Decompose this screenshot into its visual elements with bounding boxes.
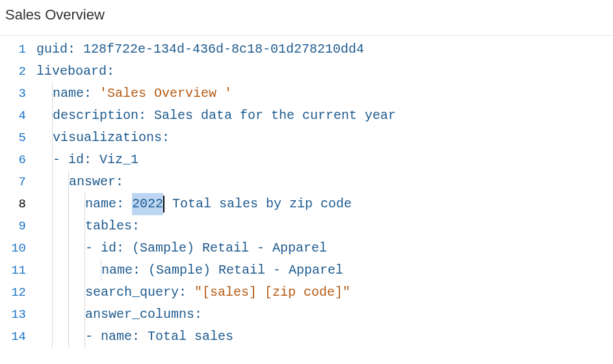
yaml-key: answer:	[69, 171, 124, 193]
line-content[interactable]: tables:	[36, 215, 613, 237]
indent-guide	[85, 215, 85, 237]
yaml-string: "[sales] [zip code]"	[194, 281, 350, 304]
yaml-value: (Sample) Retail - Apparel	[148, 259, 343, 281]
yaml-string: 'Sales Overview '	[99, 83, 232, 105]
yaml-key: id:	[68, 149, 99, 171]
line-number: 8	[0, 193, 36, 215]
yaml-key: name:	[53, 83, 99, 105]
indent-guide	[85, 259, 85, 281]
yaml-key: id:	[101, 237, 132, 259]
yaml-value: 128f722e-134d-436d-8c18-01d278210dd4	[83, 38, 364, 60]
line-number: 12	[0, 281, 36, 304]
yaml-dash: -	[85, 237, 101, 259]
yaml-key: search_query:	[85, 281, 194, 304]
indent-guide	[52, 105, 53, 127]
line-number: 4	[0, 105, 36, 127]
line-number: 10	[0, 237, 36, 259]
line-number: 11	[0, 259, 36, 281]
line-content[interactable]: - id: (Sample) Retail - Apparel	[36, 237, 613, 259]
indent-guide	[68, 193, 69, 215]
indent-guide	[52, 281, 53, 304]
line-number: 13	[0, 304, 36, 326]
line-content[interactable]: name: 2022 Total sales by zip code	[36, 193, 613, 215]
code-line[interactable]: 10- id: (Sample) Retail - Apparel	[0, 237, 613, 259]
yaml-value: Total sales	[148, 326, 233, 348]
code-line[interactable]: 2liveboard:	[0, 60, 613, 83]
indent-guide	[85, 193, 85, 215]
indent-guide	[52, 193, 53, 215]
line-content[interactable]: liveboard:	[36, 60, 613, 83]
line-number: 3	[0, 83, 36, 105]
indent-guide	[101, 259, 101, 281]
yaml-key: tables:	[85, 215, 140, 237]
yaml-key: name:	[101, 326, 148, 348]
code-line[interactable]: 7answer:	[0, 171, 613, 193]
line-content[interactable]: name: (Sample) Retail - Apparel	[36, 259, 613, 281]
indent-guide	[85, 304, 85, 326]
line-content[interactable]: visualizations:	[36, 127, 613, 149]
indent-guide	[52, 127, 53, 149]
selection: 2022	[132, 193, 163, 215]
yaml-key: name:	[101, 259, 148, 281]
indent-guide	[52, 304, 53, 326]
line-number: 7	[0, 171, 36, 193]
line-content[interactable]: guid: 128f722e-134d-436d-8c18-01d278210d…	[36, 38, 613, 60]
line-content[interactable]: description: Sales data for the current …	[36, 105, 613, 127]
indent-guide	[52, 326, 53, 348]
yaml-value: (Sample) Retail - Apparel	[132, 237, 327, 259]
line-content[interactable]: answer:	[36, 171, 613, 193]
code-line[interactable]: 3name: 'Sales Overview '	[0, 83, 613, 105]
indent-guide	[52, 171, 53, 193]
line-content[interactable]: - name: Total sales	[36, 326, 613, 348]
code-line[interactable]: 14- name: Total sales	[0, 326, 613, 348]
yaml-dash: -	[53, 149, 68, 171]
code-line[interactable]: 12search_query: "[sales] [zip code]"	[0, 281, 613, 304]
line-number: 1	[0, 38, 36, 60]
line-number: 9	[0, 215, 36, 237]
indent-guide	[85, 326, 85, 348]
indent-guide	[68, 215, 69, 237]
indent-guide	[52, 237, 53, 259]
yaml-value: Total sales by zip code	[164, 193, 352, 215]
indent-guide	[68, 304, 69, 326]
indent-guide	[52, 149, 53, 171]
line-number: 14	[0, 326, 36, 348]
code-line[interactable]: 6- id: Viz_1	[0, 149, 613, 171]
yaml-value: Viz_1	[99, 149, 138, 171]
yaml-dash: -	[85, 326, 101, 348]
code-line[interactable]: 1guid: 128f722e-134d-436d-8c18-01d278210…	[0, 38, 613, 60]
indent-guide	[52, 259, 53, 281]
indent-guide	[85, 281, 85, 304]
line-content[interactable]: answer_columns:	[36, 304, 613, 326]
code-line[interactable]: 11name: (Sample) Retail - Apparel	[0, 259, 613, 281]
indent-guide	[68, 281, 69, 304]
code-editor[interactable]: 1guid: 128f722e-134d-436d-8c18-01d278210…	[0, 35, 613, 348]
indent-guide	[68, 237, 69, 259]
code-line[interactable]: 8name: 2022 Total sales by zip code	[0, 193, 613, 215]
yaml-value: Sales data for the current year	[154, 105, 396, 127]
yaml-key: description:	[53, 105, 154, 127]
indent-guide	[68, 171, 69, 193]
indent-guide	[52, 83, 53, 105]
line-content[interactable]: search_query: "[sales] [zip code]"	[36, 281, 613, 304]
line-number: 5	[0, 127, 36, 149]
code-line[interactable]: 5visualizations:	[0, 127, 613, 149]
indent-guide	[68, 259, 69, 281]
yaml-key: guid:	[36, 38, 83, 60]
line-number: 2	[0, 60, 36, 83]
page-title: Sales Overview	[0, 0, 613, 35]
code-line[interactable]: 4description: Sales data for the current…	[0, 105, 613, 127]
line-content[interactable]: - id: Viz_1	[36, 149, 613, 171]
line-content[interactable]: name: 'Sales Overview '	[36, 83, 613, 105]
indent-guide	[68, 326, 69, 348]
code-line[interactable]: 13answer_columns:	[0, 304, 613, 326]
yaml-key: name:	[85, 193, 132, 215]
yaml-key: visualizations:	[53, 127, 170, 149]
indent-guide	[52, 215, 53, 237]
yaml-key: answer_columns:	[85, 304, 202, 326]
code-line[interactable]: 9tables:	[0, 215, 613, 237]
line-number: 6	[0, 149, 36, 171]
indent-guide	[85, 237, 85, 259]
yaml-key: liveboard:	[36, 60, 114, 83]
